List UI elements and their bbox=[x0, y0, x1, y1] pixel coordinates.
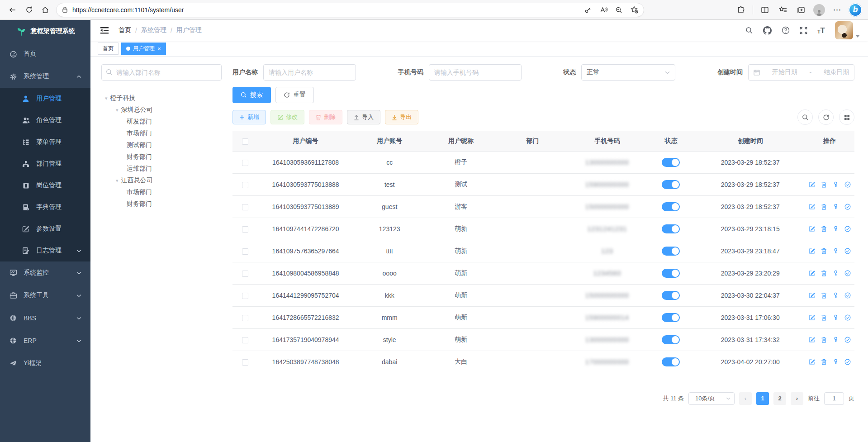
row-reset-password-icon[interactable] bbox=[833, 359, 839, 365]
select-all-checkbox[interactable] bbox=[242, 138, 248, 145]
sidebar-item-dept-mgmt[interactable]: 部门管理 bbox=[0, 153, 90, 175]
lock-icon[interactable] bbox=[62, 6, 68, 13]
page-size-select[interactable]: 10条/页 bbox=[688, 392, 735, 405]
row-edit-icon[interactable] bbox=[809, 337, 815, 343]
row-checkbox[interactable] bbox=[242, 248, 248, 255]
phone-input[interactable] bbox=[429, 64, 522, 81]
browser-refresh-button[interactable] bbox=[21, 2, 37, 18]
export-button[interactable]: 导出 bbox=[385, 110, 418, 124]
tree-caret-icon[interactable]: ▾ bbox=[105, 95, 108, 101]
row-delete-icon[interactable] bbox=[821, 226, 827, 232]
row-assign-role-icon[interactable] bbox=[844, 204, 851, 210]
tree-node[interactable]: ▾ 深圳总公司 bbox=[101, 104, 222, 116]
row-reset-password-icon[interactable] bbox=[833, 270, 839, 276]
row-checkbox[interactable] bbox=[242, 271, 248, 277]
browser-back-button[interactable] bbox=[5, 2, 21, 18]
user-menu[interactable] bbox=[835, 21, 860, 39]
row-delete-icon[interactable] bbox=[821, 337, 827, 343]
reset-button[interactable]: 重置 bbox=[275, 87, 314, 103]
tree-caret-icon[interactable]: ▾ bbox=[116, 107, 119, 113]
fullscreen-icon[interactable] bbox=[800, 27, 807, 34]
row-reset-password-icon[interactable] bbox=[833, 226, 839, 232]
row-reset-password-icon[interactable] bbox=[833, 248, 839, 254]
header-search-icon[interactable] bbox=[745, 27, 753, 34]
page-number-button[interactable]: 1 bbox=[756, 392, 769, 405]
table-refresh-button[interactable] bbox=[818, 109, 834, 125]
row-checkbox[interactable] bbox=[242, 160, 248, 166]
next-page-button[interactable]: › bbox=[791, 392, 803, 405]
browser-home-button[interactable] bbox=[37, 2, 53, 18]
browser-profile-icon[interactable] bbox=[811, 2, 827, 18]
app-logo[interactable]: 意框架管理系统 bbox=[0, 20, 90, 43]
sidebar-item-bbs[interactable]: BBS bbox=[0, 307, 90, 329]
delete-button[interactable]: 删除 bbox=[309, 110, 342, 124]
row-edit-icon[interactable] bbox=[809, 270, 815, 276]
row-reset-password-icon[interactable] bbox=[833, 181, 839, 188]
browser-menu-icon[interactable]: ⋯ bbox=[829, 2, 845, 18]
tree-node[interactable]: 市场部门 bbox=[101, 128, 222, 139]
row-assign-role-icon[interactable] bbox=[844, 292, 851, 299]
modify-button[interactable]: 修改 bbox=[270, 110, 304, 124]
tree-node[interactable]: 运维部门 bbox=[101, 163, 222, 175]
tree-node[interactable]: 测试部门 bbox=[101, 139, 222, 151]
row-assign-role-icon[interactable] bbox=[844, 226, 851, 232]
tab-close-icon[interactable]: × bbox=[157, 46, 161, 52]
tree-caret-icon[interactable]: ▾ bbox=[116, 178, 119, 184]
row-delete-icon[interactable] bbox=[821, 359, 827, 365]
row-reset-password-icon[interactable] bbox=[833, 292, 839, 299]
status-toggle[interactable] bbox=[662, 269, 680, 278]
tree-node[interactable]: 财务部门 bbox=[101, 151, 222, 163]
sidebar-item-erp[interactable]: ERP bbox=[0, 329, 90, 352]
favorites-list-icon[interactable] bbox=[775, 2, 791, 18]
row-checkbox[interactable] bbox=[242, 359, 248, 366]
row-assign-role-icon[interactable] bbox=[844, 248, 851, 254]
add-button[interactable]: 新增 bbox=[232, 110, 266, 124]
row-assign-role-icon[interactable] bbox=[844, 270, 851, 276]
url-text[interactable]: https://ccnetcore.com:1101/system/user bbox=[72, 6, 581, 14]
favorite-star-icon[interactable] bbox=[627, 2, 641, 18]
row-delete-icon[interactable] bbox=[821, 248, 827, 254]
row-edit-icon[interactable] bbox=[809, 181, 815, 188]
tree-node[interactable]: ▾ 橙子科技 bbox=[101, 92, 222, 104]
row-delete-icon[interactable] bbox=[821, 292, 827, 299]
prev-page-button[interactable]: ‹ bbox=[739, 392, 752, 405]
goto-page-input[interactable] bbox=[824, 392, 844, 405]
table-columns-button[interactable] bbox=[839, 109, 854, 125]
sidebar-toggle-icon[interactable] bbox=[99, 24, 110, 36]
row-assign-role-icon[interactable] bbox=[844, 359, 851, 365]
table-search-toggle-button[interactable] bbox=[797, 109, 813, 125]
github-icon[interactable] bbox=[763, 26, 772, 35]
status-select[interactable]: 正常 bbox=[581, 64, 675, 81]
tab-user-mgmt[interactable]: 用户管理 × bbox=[121, 43, 166, 55]
row-reset-password-icon[interactable] bbox=[833, 204, 839, 210]
row-checkbox[interactable] bbox=[242, 315, 248, 321]
username-input[interactable] bbox=[263, 64, 356, 81]
tab-home[interactable]: 首页 bbox=[98, 43, 119, 55]
status-toggle[interactable] bbox=[662, 224, 680, 233]
row-checkbox[interactable] bbox=[242, 293, 248, 299]
page-number-button[interactable]: 2 bbox=[773, 392, 786, 405]
read-aloud-icon[interactable] bbox=[597, 2, 610, 18]
row-assign-role-icon[interactable] bbox=[844, 181, 851, 188]
search-button[interactable]: 搜索 bbox=[232, 87, 271, 103]
sidebar-item-monitor[interactable]: 系统监控 bbox=[0, 261, 90, 284]
row-edit-icon[interactable] bbox=[809, 226, 815, 232]
status-toggle[interactable] bbox=[662, 313, 680, 322]
status-toggle[interactable] bbox=[662, 202, 680, 211]
font-size-icon[interactable]: TT bbox=[817, 27, 825, 34]
sidebar-item-param-settings[interactable]: 参数设置 bbox=[0, 218, 90, 240]
row-edit-icon[interactable] bbox=[809, 359, 815, 365]
zoom-out-icon[interactable] bbox=[612, 2, 626, 18]
row-checkbox[interactable] bbox=[242, 204, 248, 210]
sidebar-item-system[interactable]: 系统管理 bbox=[0, 65, 90, 88]
row-edit-icon[interactable] bbox=[809, 248, 815, 254]
status-toggle[interactable] bbox=[662, 180, 680, 189]
bing-copilot-icon[interactable]: b bbox=[847, 2, 863, 18]
tree-node[interactable]: ▾ 江西总公司 bbox=[101, 175, 222, 186]
status-toggle[interactable] bbox=[662, 357, 680, 366]
row-edit-icon[interactable] bbox=[809, 314, 815, 321]
address-bar[interactable]: https://ccnetcore.com:1101/system/user bbox=[56, 3, 644, 17]
dept-search-input[interactable] bbox=[101, 64, 222, 81]
sidebar-item-tools[interactable]: 系统工具 bbox=[0, 284, 90, 307]
row-assign-role-icon[interactable] bbox=[844, 314, 851, 321]
